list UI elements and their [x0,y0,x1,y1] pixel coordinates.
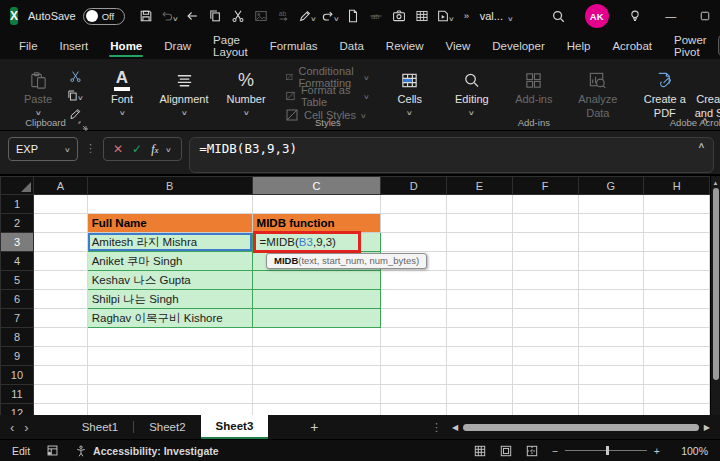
tab-review[interactable]: Review [375,32,435,59]
cell-B5[interactable]: Keshav 나스 Gupta [87,271,252,290]
cell-F3[interactable] [512,233,578,252]
cell-D10[interactable] [381,366,447,385]
macro-record-icon[interactable] [46,444,59,457]
table-style-icon[interactable] [411,4,434,28]
cell-F10[interactable] [512,366,578,385]
cell-C11[interactable] [252,385,381,404]
cell-E11[interactable] [447,385,513,404]
lightbulb-icon[interactable] [616,2,654,30]
vertical-scrollbar[interactable]: ▲ [710,176,720,415]
tab-page-layout[interactable]: Page Layout [202,32,259,59]
cell-E10[interactable] [447,366,513,385]
cell-A11[interactable] [33,385,87,404]
cell-A2[interactable] [33,214,87,233]
cell-B8[interactable] [87,328,252,347]
cell-D8[interactable] [381,328,447,347]
cell-H4[interactable] [644,252,710,271]
cell-G12[interactable] [578,404,644,416]
sheet-tab-sheet2[interactable]: Sheet2 [134,415,200,439]
cells-button[interactable]: Cells ∨ [384,63,436,117]
cell-D9[interactable] [381,347,447,366]
cell-A4[interactable] [33,252,87,271]
tab-formulas[interactable]: Formulas [259,32,329,59]
editing-button[interactable]: Editing ∨ [446,63,498,117]
sheet-nav-right-icon[interactable]: › [24,420,38,435]
column-header-G[interactable]: G [578,177,644,195]
cell-A3[interactable] [33,233,87,252]
scroll-up-icon[interactable]: ▲ [713,176,719,188]
cell-H2[interactable] [644,214,710,233]
cell-E5[interactable] [447,271,513,290]
cell-H1[interactable] [644,195,710,214]
column-header-F[interactable]: F [512,177,578,195]
sheet-nav-left-icon[interactable]: ‹ [0,420,24,435]
cell-D7[interactable] [381,309,447,328]
scroll-right-icon[interactable]: ▶ [704,423,710,432]
cell-B9[interactable] [87,347,252,366]
number-button[interactable]: % Number ∨ [220,63,272,117]
cut-icon[interactable] [227,4,250,28]
cell-B6[interactable]: Shilpi 나는 Singh [87,290,252,309]
save-icon[interactable] [135,4,158,28]
cell-G3[interactable] [578,233,644,252]
cell-C7[interactable] [252,309,381,328]
cell-D6[interactable] [381,290,447,309]
cell-B3[interactable]: Amitesh 라지 Mishra [87,233,252,252]
tab-file[interactable]: File [8,32,49,59]
cell-F2[interactable] [512,214,578,233]
cut-button[interactable] [64,68,86,84]
cell-F9[interactable] [512,347,578,366]
cell-A10[interactable] [33,366,87,385]
cell-H12[interactable] [644,404,710,416]
cell-F8[interactable] [512,328,578,347]
cell-F7[interactable] [512,309,578,328]
cell-F11[interactable] [512,385,578,404]
cell-C9[interactable] [252,347,381,366]
row-header-9[interactable]: 9 [1,347,34,366]
cell-H5[interactable] [644,271,710,290]
cell-G6[interactable] [578,290,644,309]
tab-acrobat[interactable]: Acrobat [601,32,663,59]
cell-B1[interactable] [87,195,252,214]
vertical-scrollbar-thumb[interactable] [713,188,719,380]
search-icon[interactable] [540,2,578,30]
sheet-tab-sheet3[interactable]: Sheet3 [201,415,269,439]
tab-draw[interactable]: Draw [153,32,202,59]
alignment-button[interactable]: Alignment ∨ [158,63,210,117]
normal-view-icon[interactable] [474,445,486,457]
cell-A12[interactable] [33,404,87,416]
cell-D3[interactable] [381,233,447,252]
row-header-12[interactable]: 12 [1,404,34,416]
row-header-7[interactable]: 7 [1,309,34,328]
formula-input[interactable]: =MIDB(B3,9,3) ∧ [189,137,714,173]
cell-B11[interactable] [87,385,252,404]
presentation-icon[interactable]: ∨ [434,4,457,28]
row-header-2[interactable]: 2 [1,214,34,233]
row-header-5[interactable]: 5 [1,271,34,290]
cell-E12[interactable] [447,404,513,416]
account-avatar[interactable]: AK [578,2,616,30]
cell-A9[interactable] [33,347,87,366]
tab-home[interactable]: Home [99,32,153,59]
sheet-tab-sheet1[interactable]: Sheet1 [67,415,133,439]
copy-icon[interactable] [204,4,227,28]
cancel-icon[interactable]: ✕ [113,142,123,156]
cell-C5[interactable] [252,271,381,290]
redo-icon[interactable]: ∨ [319,4,342,28]
conditional-formatting-button[interactable]: Conditional Formatting∨ [286,68,370,85]
cell-D11[interactable] [381,385,447,404]
select-all-corner[interactable] [1,177,34,195]
dialog-launcher-icon[interactable] [78,117,88,127]
autosave-toggle[interactable]: Off [83,8,125,25]
cell-A5[interactable] [33,271,87,290]
insert-function-icon[interactable]: fx [151,142,158,157]
row-header-11[interactable]: 11 [1,385,34,404]
cell-F5[interactable] [512,271,578,290]
zoom-slider-thumb[interactable] [606,446,609,455]
zoom-out-icon[interactable]: − [552,445,558,457]
minimize-button[interactable]: — [654,1,688,31]
page-break-preview-icon[interactable] [526,445,538,457]
row-header-10[interactable]: 10 [1,366,34,385]
cell-E3[interactable] [447,233,513,252]
cell-B2[interactable]: Full Name [87,214,252,233]
